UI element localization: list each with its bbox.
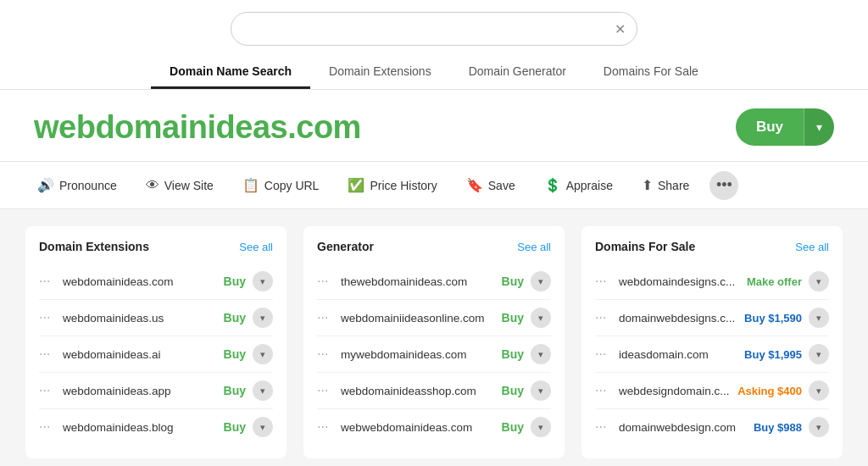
row-chevron-icon[interactable]: ▾	[531, 271, 551, 291]
nav-tab-domain-extensions[interactable]: Domain Extensions	[310, 56, 450, 89]
appraise-icon: 💲	[544, 177, 561, 193]
row-chevron-icon[interactable]: ▾	[809, 344, 829, 364]
row-dots-icon: ···	[317, 419, 334, 435]
row-domain-name: webdomainideasshop.com	[341, 385, 495, 397]
action-save[interactable]: 🔖Save	[454, 170, 527, 200]
search-clear-icon[interactable]: ✕	[615, 21, 626, 37]
row-buy-button[interactable]: Buy	[224, 347, 246, 361]
row-dots-icon: ···	[39, 274, 56, 289]
row-buy-button[interactable]: Buy	[224, 275, 246, 288]
buy-button[interactable]: Buy	[736, 108, 804, 146]
table-row: ···webdomainideas.comBuy▾	[39, 264, 273, 300]
row-dots-icon: ···	[595, 383, 612, 398]
row-dots-icon: ···	[317, 347, 334, 362]
nav-tab-domain-name-search[interactable]: Domain Name Search	[151, 56, 310, 89]
row-dots-icon: ···	[317, 274, 334, 289]
row-price-button[interactable]: Buy $1,995	[744, 348, 802, 361]
row-chevron-icon[interactable]: ▾	[531, 344, 551, 364]
row-buy-button[interactable]: Buy	[224, 311, 246, 325]
domain-extensions-header: Domain Extensions See all	[39, 240, 273, 253]
share-label: Share	[658, 179, 689, 192]
action-appraise[interactable]: 💲Appraise	[532, 170, 625, 200]
row-chevron-icon[interactable]: ▾	[809, 308, 829, 328]
view-site-icon: 👁	[146, 178, 159, 193]
row-domain-name: webdomaindesigns.c...	[619, 275, 740, 288]
action-price-history[interactable]: ✅Price History	[336, 170, 448, 200]
table-row: ···thewebdomainideas.comBuy▾	[317, 264, 551, 300]
table-row: ···webwebdomainideas.comBuy▾	[317, 409, 551, 445]
table-row: ···webdomainideas.blogBuy▾	[39, 409, 273, 445]
row-chevron-icon[interactable]: ▾	[253, 380, 273, 401]
search-area: webdomainideas ✕ Domain Name SearchDomai…	[0, 0, 868, 90]
row-chevron-icon[interactable]: ▾	[809, 271, 829, 291]
row-domain-name: thewebdomainideas.com	[341, 275, 495, 288]
row-buy-button[interactable]: Buy	[224, 420, 246, 434]
domain-title-area: webdomainideas.com Buy ▾	[0, 90, 868, 162]
generator-title: Generator	[317, 240, 374, 253]
nav-tab-domains-for-sale[interactable]: Domains For Sale	[585, 56, 717, 89]
row-buy-button[interactable]: Buy	[502, 384, 524, 397]
more-button[interactable]: •••	[709, 171, 738, 200]
table-row: ···webdesigndomain.c...Asking $400▾	[595, 373, 829, 409]
table-row: ···webdomainideas.aiBuy▾	[39, 336, 273, 373]
row-domain-name: webdomainideas.ai	[63, 348, 217, 361]
row-dots-icon: ···	[595, 347, 612, 362]
row-dots-icon: ···	[595, 310, 612, 325]
row-make-offer-button[interactable]: Make offer	[747, 275, 802, 288]
search-wrapper: webdomainideas ✕	[231, 12, 637, 46]
row-dots-icon: ···	[317, 310, 334, 325]
row-domain-name: webdomainideas.com	[63, 275, 217, 288]
action-view-site[interactable]: 👁View Site	[134, 171, 225, 200]
main-content: Domain Extensions See all ···webdomainid…	[0, 209, 868, 466]
row-chevron-icon[interactable]: ▾	[253, 308, 273, 328]
row-dots-icon: ···	[39, 310, 56, 325]
row-domain-name: webdomainiideasonline.com	[341, 312, 495, 325]
domain-extensions-see-all[interactable]: See all	[239, 241, 273, 253]
row-asking-button[interactable]: Asking $400	[737, 385, 802, 397]
row-buy-button[interactable]: Buy	[502, 347, 524, 361]
row-dots-icon: ···	[595, 419, 612, 435]
table-row: ···mywebdomainideas.comBuy▾	[317, 336, 551, 373]
table-row: ···ideasdomain.comBuy $1,995▾	[595, 336, 829, 373]
save-label: Save	[488, 179, 515, 192]
price-history-icon: ✅	[348, 177, 364, 193]
domains-for-sale-list: ···webdomaindesigns.c...Make offer▾···do…	[595, 264, 829, 445]
row-chevron-icon[interactable]: ▾	[531, 380, 551, 401]
row-domain-name: ideasdomain.com	[619, 348, 737, 361]
buy-arrow-button[interactable]: ▾	[804, 108, 834, 146]
generator-see-all[interactable]: See all	[517, 241, 551, 253]
row-buy-button[interactable]: Buy	[502, 420, 524, 434]
row-domain-name: domainwebdesign.com	[619, 421, 747, 434]
row-buy-button[interactable]: Buy	[502, 275, 524, 288]
domain-extensions-list: ···webdomainideas.comBuy▾···webdomainide…	[39, 264, 273, 445]
generator-list: ···thewebdomainideas.comBuy▾···webdomain…	[317, 264, 551, 445]
row-chevron-icon[interactable]: ▾	[253, 344, 273, 364]
table-row: ···domainwebdesigns.c...Buy $1,590▾	[595, 300, 829, 336]
row-domain-name: domainwebdesigns.c...	[619, 312, 737, 325]
price-history-label: Price History	[370, 179, 437, 192]
row-price-button[interactable]: Buy $988	[754, 421, 802, 434]
row-buy-button[interactable]: Buy	[224, 384, 246, 397]
nav-tab-domain-generator[interactable]: Domain Generator	[450, 56, 585, 89]
row-dots-icon: ···	[595, 274, 612, 289]
row-chevron-icon[interactable]: ▾	[253, 271, 273, 291]
domain-extensions-section: Domain Extensions See all ···webdomainid…	[25, 226, 287, 458]
action-share[interactable]: ⬆Share	[630, 170, 701, 200]
row-dots-icon: ···	[39, 419, 56, 435]
nav-tabs: Domain Name SearchDomain ExtensionsDomai…	[151, 56, 717, 89]
row-chevron-icon[interactable]: ▾	[253, 417, 273, 437]
row-price-button[interactable]: Buy $1,590	[744, 312, 802, 325]
search-input[interactable]: webdomainideas	[231, 12, 637, 46]
row-chevron-icon[interactable]: ▾	[809, 417, 829, 437]
action-pronounce[interactable]: 🔊Pronounce	[25, 170, 129, 200]
action-copy-url[interactable]: 📋Copy URL	[231, 170, 331, 200]
row-domain-name: webdomainideas.blog	[63, 421, 217, 434]
domains-for-sale-header: Domains For Sale See all	[595, 240, 829, 253]
domains-for-sale-see-all[interactable]: See all	[795, 241, 829, 253]
row-chevron-icon[interactable]: ▾	[531, 308, 551, 328]
domain-extensions-title: Domain Extensions	[39, 240, 149, 253]
pronounce-label: Pronounce	[59, 179, 117, 192]
row-chevron-icon[interactable]: ▾	[809, 380, 829, 401]
row-buy-button[interactable]: Buy	[502, 311, 524, 325]
row-chevron-icon[interactable]: ▾	[531, 417, 551, 437]
